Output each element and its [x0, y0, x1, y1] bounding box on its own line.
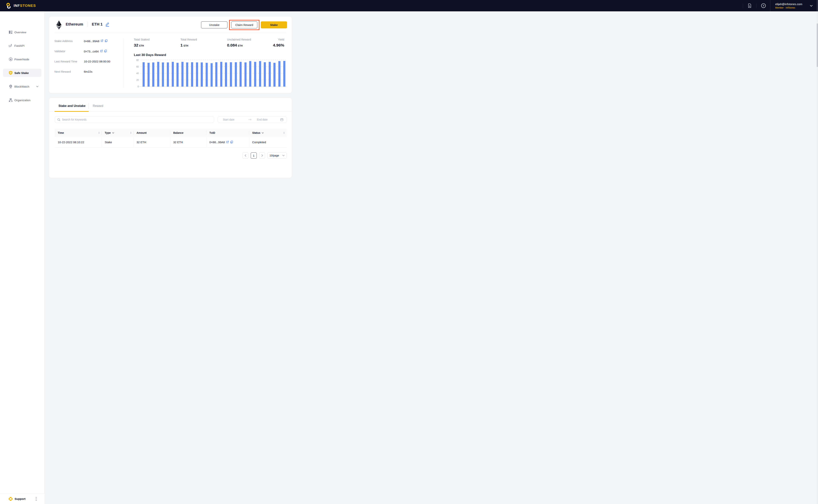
tab-reward[interactable]: Reward — [93, 104, 103, 108]
tab-stake-and-unstake[interactable]: Stake and Unstake — [58, 104, 85, 108]
next-reward-value: 6m22s — [84, 70, 92, 73]
last-reward-time-row: Last Reward Time 10-22-2022 08:00:00 — [54, 60, 110, 63]
chart-bar — [220, 62, 222, 87]
chart-y-tick-label: 0 — [137, 85, 139, 88]
cell-time: 10-22-2022 08:10:22 — [55, 137, 102, 147]
stat-total-reward: Total Reward 1ETH — [180, 38, 197, 47]
external-link-icon[interactable] — [100, 50, 103, 53]
stat-value: 4.96% — [273, 43, 284, 47]
chart-bar — [142, 62, 145, 87]
last-reward-time-value: 10-22-2022 08:00:00 — [84, 60, 110, 63]
search-input[interactable] — [62, 118, 212, 121]
stat-value: 0.084 — [227, 43, 237, 47]
chart-bar — [206, 63, 208, 87]
chart-y-tick-label: 60 — [136, 65, 139, 68]
stake-address-label: Stake Address — [54, 39, 84, 43]
end-date-field[interactable]: End date — [257, 118, 280, 121]
filter-chevron-icon[interactable] — [112, 132, 114, 134]
date-range-picker[interactable]: Start date End date — [218, 116, 287, 123]
stat-value: 1 — [180, 43, 183, 47]
chart-bars — [142, 60, 285, 87]
active-tab-underline — [54, 111, 89, 112]
stake-address-row: Stake Address 0×88...99A8 — [54, 39, 107, 43]
chart-bar — [147, 63, 149, 87]
claim-reward-button[interactable]: Claim Reward — [231, 21, 257, 28]
overview-icon — [9, 30, 13, 34]
stat-label: Total Reward — [180, 38, 197, 41]
sort-carets-icon[interactable] — [283, 132, 285, 134]
stat-unit: ETH — [139, 44, 144, 47]
external-link-icon[interactable] — [226, 141, 229, 144]
next-reward-label: Next Reward — [54, 70, 84, 73]
chart-bar — [196, 62, 198, 87]
chart-bar — [264, 62, 266, 87]
stat-unit: ETH — [238, 44, 243, 47]
last-reward-time-label: Last Reward Time — [54, 60, 84, 63]
chart-bar — [274, 63, 276, 87]
stat-yield: Yield 4.96% — [273, 38, 284, 47]
unstake-button[interactable]: Unstake — [201, 21, 228, 28]
chart-bar — [152, 62, 154, 87]
stat-unclaimed-reward: Unclaimed Reward 0.084ETH — [227, 38, 251, 47]
blockwatch-camera-icon — [9, 84, 13, 89]
sidebar-item-label: PowerNode — [14, 58, 29, 61]
edit-pencil-icon[interactable] — [105, 22, 110, 27]
vertical-divider — [123, 38, 123, 88]
calendar-icon — [280, 118, 284, 121]
page-number-button[interactable]: 1 — [251, 152, 257, 159]
sort-carets-icon[interactable] — [98, 132, 100, 134]
stat-label: Yield — [273, 38, 284, 41]
tab-divider — [88, 103, 89, 109]
column-header-time: Time — [55, 129, 102, 137]
column-header-txid: TxID — [207, 129, 249, 137]
chart-bar — [278, 61, 281, 87]
stake-name: ETH 1 — [92, 22, 103, 26]
copy-icon[interactable] — [105, 39, 107, 43]
copy-icon[interactable] — [104, 50, 107, 53]
chart-bar — [259, 61, 261, 87]
sidebar-item-safe-stake[interactable]: Safe Stake — [3, 69, 41, 77]
stat-total-staked: Total Staked 32ETH — [134, 38, 149, 47]
pagination: 1 10/page — [243, 152, 287, 159]
sidebar-item-blockwatch[interactable]: BlockWatch — [3, 82, 41, 91]
copy-icon[interactable] — [230, 141, 233, 144]
transactions-card: Stake and Unstake Reward Start date End … — [49, 98, 292, 178]
chart-bar — [254, 62, 256, 87]
stake-overview-card: Ethereum ETH 1 Unstake Claim Reward Stak… — [49, 17, 292, 93]
chevron-down-icon — [36, 86, 38, 87]
sidebar-item-label: Organization — [14, 99, 30, 102]
stake-button[interactable]: Stake — [261, 21, 287, 28]
chart-bar — [240, 62, 242, 87]
chart-bar — [157, 62, 159, 87]
chart-y-tick-label: 40 — [136, 72, 139, 75]
chart-title: Last 30 Days Reward — [134, 53, 287, 57]
stat-value: 32 — [134, 43, 138, 47]
next-page-button[interactable] — [259, 152, 265, 159]
previous-page-button[interactable] — [243, 152, 249, 159]
chart-bar — [167, 62, 169, 87]
sidebar-item-fastapi[interactable]: FastAPI — [3, 41, 41, 50]
reward-chart: Last 30 Days Reward 020406080 — [134, 53, 287, 87]
stat-label: Total Staked — [134, 38, 149, 41]
search-icon — [57, 118, 60, 121]
start-date-field[interactable]: Start date — [223, 118, 248, 121]
chart-bar — [269, 62, 271, 87]
chart-bar — [225, 62, 227, 87]
chart-bar — [162, 62, 164, 87]
sidebar-item-overview[interactable]: Overview — [3, 28, 41, 36]
table-row: 10-22-2022 08:10:22 Stake 32 ETH 32 ETH … — [55, 137, 287, 148]
filter-chevron-icon[interactable] — [262, 132, 264, 134]
column-header-status: Status — [249, 129, 287, 137]
chart-bar — [201, 62, 203, 87]
sort-carets-icon[interactable] — [130, 132, 131, 134]
powernode-cube-icon — [9, 57, 13, 61]
sidebar-item-organization[interactable]: Organization — [3, 96, 41, 104]
sidebar-item-powernode[interactable]: PowerNode — [3, 55, 41, 63]
arrow-right-icon — [248, 119, 252, 121]
external-link-icon[interactable] — [100, 39, 103, 43]
transactions-table: Time Type Amount Balance TxID Status — [55, 129, 287, 148]
cell-amount: 32 ETH — [133, 137, 170, 147]
page-size-select[interactable]: 10/page — [267, 152, 287, 159]
cell-balance: 32 ETH — [170, 137, 207, 147]
stat-unit: ETH — [184, 44, 188, 47]
